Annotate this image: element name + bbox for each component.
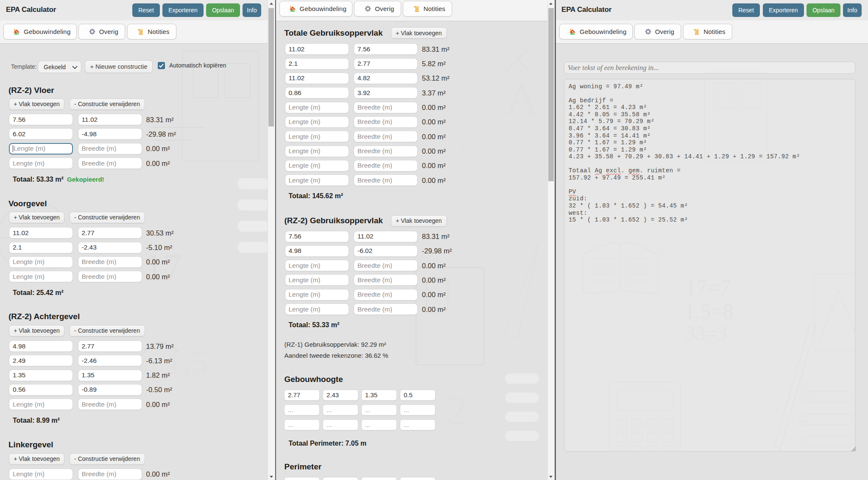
svg-text:17: 17 <box>144 246 182 288</box>
svg-text:2: 2 <box>446 387 467 434</box>
svg-text:33=3: 33=3 <box>685 322 727 345</box>
svg-text:2+2: 2+2 <box>450 131 503 168</box>
svg-text:17=7: 17=7 <box>685 275 731 300</box>
svg-text:1,5=8: 1,5=8 <box>684 299 734 323</box>
svg-text:A: A <box>505 73 539 125</box>
